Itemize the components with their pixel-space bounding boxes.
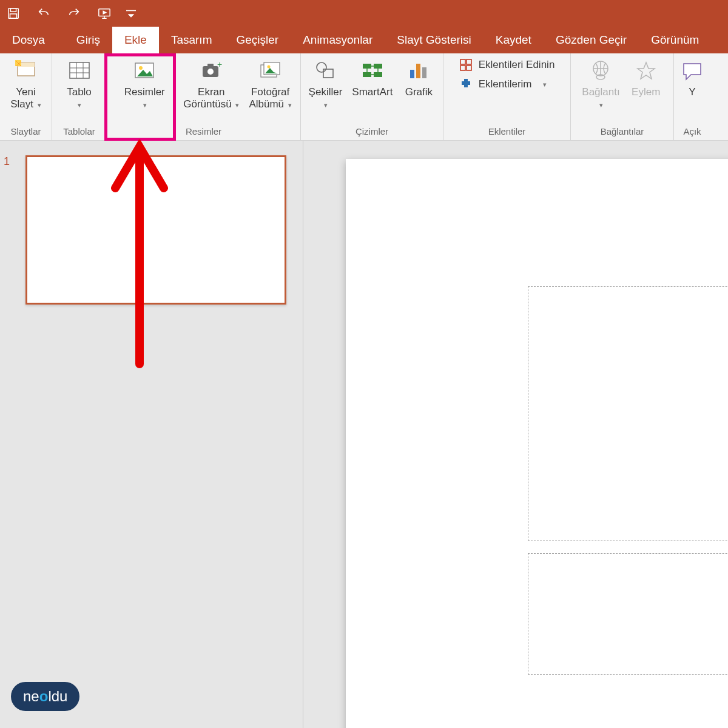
pictures-button[interactable]: Resimler▾ (110, 55, 178, 111)
svg-rect-35 (460, 59, 465, 64)
svg-rect-34 (422, 67, 426, 78)
group-label-slaytlar: Slaytlar (1, 124, 50, 140)
group-slaytlar: YeniSlayt ▾ Slaytlar (0, 53, 52, 140)
thumbnail-number: 1 (4, 155, 10, 168)
slide-canvas[interactable]: Ba (346, 159, 728, 728)
screenshot-icon: + (198, 58, 224, 84)
tab-giris[interactable]: Giriş (57, 27, 112, 53)
save-icon[interactable] (5, 5, 22, 22)
watermark-post: ldu (48, 688, 67, 705)
svg-rect-33 (416, 64, 420, 78)
svg-point-20 (207, 69, 214, 75)
group-baglantilar: Bağlantı▾ Eylem Bağlantılar (571, 53, 674, 140)
tab-gecisler[interactable]: Geçişler (224, 27, 291, 53)
screenshot-label: EkranGörüntüsü ▾ (183, 86, 239, 111)
svg-marker-4 (103, 11, 106, 14)
tab-slayt-gosterisi[interactable]: Slayt Gösterisi (385, 27, 483, 53)
watermark-pre: ne (23, 688, 39, 705)
svg-rect-38 (467, 66, 471, 70)
undo-icon[interactable] (35, 5, 52, 22)
shapes-button[interactable]: Şekiller▾ (304, 55, 348, 111)
redo-icon[interactable] (66, 5, 83, 22)
get-addins-button[interactable]: Eklentileri Edinin (459, 58, 555, 72)
shapes-label: Şekiller▾ (309, 86, 343, 111)
chart-button[interactable]: Grafik (397, 55, 440, 98)
link-button: Bağlantı▾ (577, 55, 624, 111)
group-label-resimler: Resimler (108, 124, 299, 140)
watermark-o: o (39, 688, 49, 705)
svg-rect-2 (10, 14, 17, 18)
ribbon-tabs: Dosya Giriş Ekle Tasarım Geçişler Animas… (0, 27, 728, 53)
new-slide-button[interactable]: YeniSlayt ▾ (5, 55, 47, 111)
group-label-baglantilar: Bağlantılar (572, 124, 672, 140)
group-label-tablolar: Tablolar (53, 124, 105, 140)
get-addins-icon (459, 58, 473, 72)
svg-rect-32 (410, 70, 414, 78)
quick-access-toolbar (0, 0, 728, 27)
table-button[interactable]: Tablo▾ (58, 55, 101, 111)
slide-thumbnails-panel: 1 (0, 141, 303, 728)
action-button: Eylem (625, 55, 667, 98)
tab-animasyonlar[interactable]: Animasyonlar (291, 27, 385, 53)
svg-rect-29 (374, 64, 382, 69)
new-slide-icon (13, 58, 39, 84)
tab-gozden-gecir[interactable]: Gözden Geçir (544, 27, 639, 53)
photo-album-button[interactable]: FotoğrafAlbümü ▾ (244, 55, 296, 111)
comment-icon (679, 58, 705, 84)
subtitle-placeholder[interactable] (528, 553, 728, 675)
photo-album-icon (258, 58, 283, 84)
chart-icon (406, 58, 431, 84)
tab-gorunum[interactable]: Görünüm (639, 27, 711, 53)
svg-point-26 (317, 62, 326, 72)
svg-rect-37 (460, 66, 465, 70)
svg-rect-28 (363, 64, 371, 69)
chevron-down-icon: ▾ (543, 81, 547, 89)
pictures-label: Resimler▾ (124, 86, 165, 111)
my-addins-icon (459, 78, 473, 91)
action-icon (633, 58, 659, 84)
chart-label: Grafik (405, 86, 433, 98)
group-cizimler: Şekiller▾ SmartArt Grafik Çizimler (301, 53, 443, 140)
my-addins-label: Eklentilerim (479, 78, 532, 90)
action-label: Eylem (632, 86, 660, 98)
svg-marker-6 (128, 14, 135, 17)
svg-rect-10 (70, 62, 89, 78)
group-resimler: Resimler▾ + EkranGörüntüsü ▾ FotoğrafAlb… (107, 53, 301, 140)
svg-text:+: + (217, 59, 222, 69)
comment-label-partial: Y (689, 86, 695, 98)
get-addins-label: Eklentileri Edinin (479, 59, 555, 71)
smartart-button[interactable]: SmartArt (347, 55, 397, 98)
slide-editor: Ba (303, 141, 728, 728)
tab-ekle[interactable]: Ekle (112, 27, 159, 53)
qat-more-icon[interactable] (126, 5, 136, 22)
svg-marker-41 (638, 62, 655, 79)
svg-rect-36 (467, 59, 471, 64)
photo-album-label: FotoğrafAlbümü ▾ (249, 86, 291, 111)
globe-icon (588, 58, 613, 84)
svg-point-16 (139, 66, 143, 70)
comment-button-partial[interactable]: Y (671, 55, 713, 98)
svg-rect-1 (10, 8, 16, 12)
smartart-label: SmartArt (352, 86, 393, 98)
title-placeholder[interactable]: Ba (528, 286, 728, 541)
link-label: Bağlantı▾ (582, 86, 619, 111)
ribbon: YeniSlayt ▾ Slaytlar Tablo▾ Tablolar Res… (0, 53, 728, 141)
tab-tasarim[interactable]: Tasarım (159, 27, 224, 53)
tab-kaydet[interactable]: Kaydet (484, 27, 544, 53)
pictures-icon (132, 58, 157, 84)
screenshot-button[interactable]: + EkranGörüntüsü ▾ (178, 55, 244, 111)
group-aciklama-partial: Y Açık (674, 53, 710, 140)
group-label-cizimler: Çizimler (302, 124, 442, 140)
svg-rect-31 (374, 72, 382, 77)
table-label: Tablo▾ (67, 86, 92, 111)
start-slideshow-icon[interactable] (96, 5, 113, 22)
tab-dosya[interactable]: Dosya (0, 27, 57, 53)
group-eklentiler: Eklentileri Edinin Eklentilerim ▾ Eklent… (443, 53, 571, 140)
group-label-eklentiler: Eklentiler (445, 124, 569, 140)
shapes-icon (312, 58, 338, 84)
smartart-icon (360, 58, 385, 84)
my-addins-button[interactable]: Eklentilerim ▾ (459, 78, 555, 91)
group-tablolar: Tablo▾ Tablolar (52, 53, 107, 140)
svg-rect-5 (126, 10, 136, 12)
slide-thumbnail-1[interactable] (25, 155, 286, 305)
